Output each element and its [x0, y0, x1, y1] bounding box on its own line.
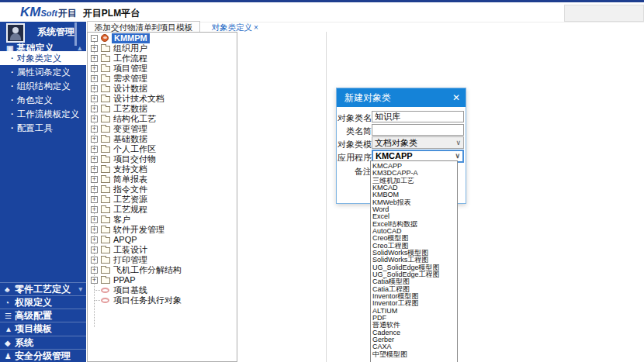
dropdown-option[interactable]: Excel结构数据	[371, 221, 457, 228]
tree-item-label: 项目交付物	[113, 154, 156, 164]
header-toolbar-box[interactable]	[564, 5, 644, 22]
sidebar-menu-item[interactable]: 配置工具	[0, 121, 86, 135]
tree-folder-item[interactable]: 客户	[88, 215, 237, 225]
dropdown-option[interactable]: 中望模型图	[371, 351, 457, 358]
tree-folder-item[interactable]: 变更管理	[88, 124, 237, 134]
expand-icon[interactable]	[91, 236, 98, 243]
tree-leaf-item[interactable]: 项目基线	[88, 285, 237, 295]
tree-folder-item[interactable]: 打印管理	[88, 255, 237, 265]
dropdown-option[interactable]: SolidWorks工程图	[371, 257, 457, 264]
expand-icon[interactable]	[91, 136, 98, 143]
sidebar-menu-item[interactable]: 属性词条定义	[0, 65, 86, 79]
tree-folder-item[interactable]: 项目交付物	[88, 154, 237, 164]
object-class-template-select[interactable]: 文档对象类 ∨	[372, 136, 464, 149]
user-avatar[interactable]	[6, 23, 25, 43]
sidebar-section[interactable]: ◔权限定义	[0, 295, 86, 309]
dropdown-option[interactable]: Creo工程图	[371, 243, 457, 250]
tree-folder-item[interactable]: 基础数据	[88, 134, 237, 144]
tree-folder-item[interactable]: 飞机工作分解结构	[88, 265, 237, 275]
sidebar-menu-item[interactable]: 工作流模板定义	[0, 107, 86, 121]
dropdown-option[interactable]: CAXA	[371, 343, 457, 350]
tree-folder-item[interactable]: APQP	[88, 235, 237, 245]
dropdown-option[interactable]: Cadence	[371, 329, 457, 336]
tree-folder-item[interactable]: 需求管理	[88, 74, 237, 84]
dropdown-option[interactable]: KMBOM	[371, 191, 457, 198]
tree-folder-item[interactable]: 工作流程	[88, 53, 237, 64]
tree-folder-item[interactable]: 结构化工艺	[88, 114, 237, 124]
dialog-close-icon[interactable]: ✕	[452, 88, 460, 107]
sidebar-section[interactable]: ◆系统	[0, 336, 86, 349]
tree-folder-item[interactable]: 软件开发管理	[88, 225, 237, 235]
dropdown-option[interactable]: UG_SolidEdge工程图	[371, 271, 457, 278]
tree-folder-item[interactable]: 工装设计	[88, 245, 237, 255]
expand-icon[interactable]	[91, 75, 98, 82]
expand-icon[interactable]	[91, 55, 98, 62]
expand-icon[interactable]	[91, 95, 98, 102]
dropdown-option[interactable]: UG_SolidEdge模型图	[371, 264, 457, 271]
expand-icon[interactable]	[91, 216, 98, 223]
collapse-icon[interactable]	[91, 35, 98, 42]
dropdown-option[interactable]: 三维机加工艺	[371, 178, 457, 184]
dropdown-option[interactable]: Inventor工程图	[371, 300, 457, 307]
expand-icon[interactable]	[91, 166, 98, 173]
sidebar-menu-item[interactable]: 组织结构定义	[0, 79, 86, 93]
dropdown-option[interactable]: Gerber	[371, 336, 457, 343]
object-class-name-input[interactable]: 知识库	[372, 111, 464, 122]
expand-icon[interactable]	[91, 247, 98, 253]
sidebar-section[interactable]: ☰高级配置	[0, 309, 86, 322]
dropdown-option[interactable]: AutoCAD	[371, 228, 457, 235]
dropdown-option[interactable]: Catia模型图	[371, 278, 457, 285]
dropdown-option[interactable]: KMCAPP	[371, 163, 457, 170]
dropdown-option[interactable]: 普通软件	[371, 322, 457, 329]
dropdown-option[interactable]: PDF	[371, 315, 457, 322]
tree-folder-item[interactable]: 组织用户	[88, 43, 237, 53]
expand-icon[interactable]	[91, 65, 98, 72]
sidebar-section[interactable]: ♣零件工艺定义 ▾	[0, 282, 86, 295]
expand-icon[interactable]	[91, 176, 98, 183]
class-short-name-input[interactable]	[372, 124, 464, 136]
dropdown-option[interactable]: ALTIUM	[371, 308, 457, 315]
tree-folder-item[interactable]: 个人工作区	[88, 144, 237, 154]
sidebar-menu-item[interactable]: 对象类定义	[0, 51, 86, 65]
expand-icon[interactable]	[91, 105, 98, 112]
tree-folder-item[interactable]: 指令文件	[88, 184, 237, 195]
sidebar-section[interactable]: ♟安全分级管理	[0, 349, 86, 362]
dropdown-option[interactable]: KMWeb报表	[371, 199, 457, 206]
tree-folder-item[interactable]: 工艺数据	[88, 104, 237, 114]
dropdown-option[interactable]: Inventor模型图	[371, 293, 457, 300]
dropdown-option[interactable]: KM3DCAPP-A	[371, 170, 457, 177]
expand-icon[interactable]	[91, 85, 98, 92]
tree-folder-item[interactable]: PPAP	[88, 275, 237, 285]
tree-folder-item[interactable]: 简单报表	[88, 174, 237, 184]
tree-folder-item[interactable]: 设计数据	[88, 84, 237, 94]
tree-folder-item[interactable]: 设计技术文档	[88, 94, 237, 104]
sidebar-menu-item[interactable]: 角色定义	[0, 93, 86, 107]
tree-folder-item[interactable]: 工艺资源	[88, 195, 237, 205]
tree-folder-item[interactable]: 项目管理	[88, 64, 237, 74]
tree-item-label: 设计数据	[113, 84, 147, 94]
expand-icon[interactable]	[91, 115, 98, 122]
dropdown-option[interactable]: Catia工程图	[371, 286, 457, 293]
expand-icon[interactable]	[91, 126, 98, 133]
expand-icon[interactable]	[91, 257, 98, 264]
expand-icon[interactable]	[91, 45, 98, 52]
dropdown-option[interactable]: Word	[371, 206, 457, 213]
dropdown-option[interactable]: KMCAD	[371, 184, 457, 191]
dropdown-option[interactable]: SolidWorks模型图	[371, 250, 457, 257]
expand-icon[interactable]	[91, 277, 98, 284]
tab-close-icon[interactable]: ×	[254, 23, 258, 32]
expand-icon[interactable]	[91, 267, 98, 274]
tree-folder-item[interactable]: 工艺规程	[88, 205, 237, 215]
expand-icon[interactable]	[91, 226, 98, 233]
expand-icon[interactable]	[91, 146, 98, 153]
dropdown-option[interactable]: Creo模型图	[371, 235, 457, 242]
tree-folder-item[interactable]: 支持文档	[88, 164, 237, 174]
tree-root-kmmpm[interactable]: KMMPM	[88, 33, 237, 43]
dropdown-option[interactable]: Excel	[371, 213, 457, 220]
tree-leaf-item[interactable]: 项目任务执行对象	[88, 295, 237, 305]
expand-icon[interactable]	[91, 196, 98, 203]
sidebar-section[interactable]: ▲项目模板	[0, 322, 86, 335]
expand-icon[interactable]	[91, 206, 98, 213]
expand-icon[interactable]	[91, 156, 98, 163]
expand-icon[interactable]	[91, 186, 98, 193]
